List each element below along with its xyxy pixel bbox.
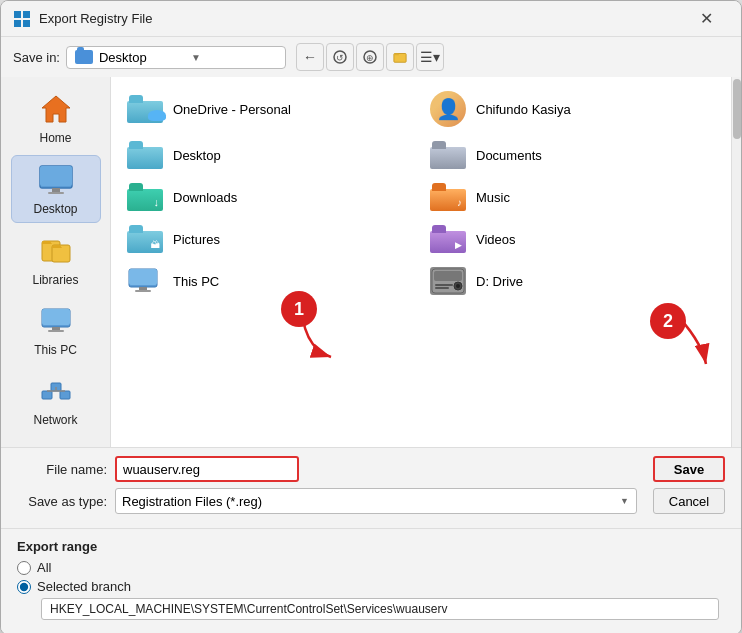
export-range-title: Export range (17, 539, 725, 554)
view-button[interactable]: ☰▾ (416, 43, 444, 71)
thispc-item-icon (127, 267, 163, 295)
sidebar-item-home[interactable]: Home (11, 85, 101, 151)
scrollbar-thumb (733, 79, 741, 139)
svg-rect-35 (435, 287, 449, 289)
sidebar: Home Desktop (1, 77, 111, 447)
file-item-ddrive[interactable]: D: Drive (422, 261, 723, 301)
documents-folder-icon (430, 141, 466, 169)
videos-folder-icon: ▶ (430, 225, 466, 253)
svg-rect-20 (42, 391, 52, 399)
save-in-arrow-icon: ▼ (191, 52, 277, 63)
file-item-thispc-label: This PC (173, 274, 219, 289)
sidebar-item-network[interactable]: Network (11, 367, 101, 433)
svg-rect-29 (135, 290, 151, 292)
nav-forward-button[interactable]: ↺ (326, 43, 354, 71)
file-item-pictures-label: Pictures (173, 232, 220, 247)
home-icon-wrap (38, 91, 74, 127)
sidebar-item-desktop[interactable]: Desktop (11, 155, 101, 223)
file-item-documents-label: Documents (476, 148, 542, 163)
toolbar-buttons: ← ↺ ⊕ ☰▾ (296, 43, 444, 71)
nav-up-button[interactable]: ⊕ (356, 43, 384, 71)
svg-text:⊕: ⊕ (366, 53, 374, 63)
hdd-icon (430, 267, 466, 295)
file-item-videos-label: Videos (476, 232, 516, 247)
scrollbar[interactable] (731, 77, 741, 447)
file-item-videos[interactable]: ▶ Videos (422, 219, 723, 259)
save-in-folder-icon (75, 50, 93, 64)
libraries-icon-wrap (38, 233, 74, 269)
savetype-label: Save as type: (17, 494, 107, 509)
save-in-dropdown[interactable]: Desktop ▼ (66, 46, 286, 69)
new-folder-button[interactable] (386, 43, 414, 71)
save-in-label: Save in: (13, 50, 60, 65)
radio-all-label: All (37, 560, 51, 575)
file-item-onedrive[interactable]: OneDrive - Personal (119, 85, 420, 133)
svg-marker-9 (42, 96, 70, 122)
pictures-folder-icon: 🏔 (127, 225, 163, 253)
file-item-downloads-label: Downloads (173, 190, 237, 205)
file-item-chifundo-label: Chifundo Kasiya (476, 102, 571, 117)
export-registry-dialog: Export Registry File ✕ Save in: Desktop … (0, 0, 742, 633)
save-button[interactable]: Save (653, 456, 725, 482)
sidebar-label-desktop: Desktop (33, 202, 77, 216)
bottom-section: File name: Save Save as type: Registrati… (1, 447, 741, 528)
sidebar-item-thispc[interactable]: This PC (11, 297, 101, 363)
close-button[interactable]: ✕ (683, 1, 729, 37)
file-item-ddrive-label: D: Drive (476, 274, 523, 289)
svg-rect-12 (52, 188, 60, 192)
thispc-icon-wrap (38, 303, 74, 339)
sidebar-label-network: Network (33, 413, 77, 427)
svg-rect-31 (434, 271, 462, 281)
desktop-icon-wrap (38, 162, 74, 198)
radio-all-row: All (17, 560, 725, 575)
file-item-pictures[interactable]: 🏔 Pictures (119, 219, 420, 259)
filename-row: File name: Save (17, 456, 725, 482)
svg-rect-28 (139, 287, 147, 290)
svg-rect-11 (40, 166, 72, 186)
file-pane-container: OneDrive - Personal 👤 Chifundo Kasiya De… (111, 77, 741, 447)
savetype-row: Save as type: Registration Files (*.reg)… (17, 488, 725, 514)
branch-path: HKEY_LOCAL_MACHINE\SYSTEM\CurrentControl… (41, 598, 719, 620)
music-folder-icon: ♪ (430, 183, 466, 211)
svg-rect-27 (129, 269, 157, 285)
cancel-button[interactable]: Cancel (653, 488, 725, 514)
sidebar-label-home: Home (39, 131, 71, 145)
file-item-desktop-label: Desktop (173, 148, 221, 163)
svg-point-33 (456, 284, 460, 288)
nav-back-button[interactable]: ← (296, 43, 324, 71)
svg-rect-19 (48, 330, 64, 332)
file-item-desktop-folder[interactable]: Desktop (119, 135, 420, 175)
file-item-downloads[interactable]: ↓ Downloads (119, 177, 420, 217)
savetype-dropdown[interactable]: Registration Files (*.reg) (115, 488, 637, 514)
file-item-thispc[interactable]: This PC (119, 261, 420, 301)
sidebar-label-libraries: Libraries (32, 273, 78, 287)
svg-rect-0 (14, 11, 21, 18)
dialog-icon (13, 10, 31, 28)
file-item-onedrive-label: OneDrive - Personal (173, 102, 291, 117)
radio-all[interactable] (17, 561, 31, 575)
savetype-dropdown-wrap: Registration Files (*.reg) (115, 488, 637, 514)
onedrive-folder-icon (127, 95, 163, 123)
filename-label: File name: (17, 462, 107, 477)
title-bar: Export Registry File ✕ (1, 1, 741, 37)
radio-selected-row: Selected branch (17, 579, 725, 594)
file-pane: OneDrive - Personal 👤 Chifundo Kasiya De… (111, 77, 731, 447)
filename-input[interactable] (115, 456, 299, 482)
downloads-folder-icon: ↓ (127, 183, 163, 211)
main-area: Home Desktop (1, 77, 741, 447)
network-icon-wrap (38, 373, 74, 409)
radio-selected-label: Selected branch (37, 579, 131, 594)
desktop-folder-icon (127, 141, 163, 169)
filename-input-wrap (115, 456, 637, 482)
file-item-music-label: Music (476, 190, 510, 205)
toolbar: Save in: Desktop ▼ ← ↺ ⊕ (1, 37, 741, 77)
cancel-button-wrap: Cancel (653, 488, 725, 514)
svg-rect-17 (42, 309, 70, 325)
svg-text:↺: ↺ (336, 53, 344, 63)
sidebar-item-libraries[interactable]: Libraries (11, 227, 101, 293)
svg-rect-1 (23, 11, 30, 18)
file-item-chifundo[interactable]: 👤 Chifundo Kasiya (422, 85, 723, 133)
radio-selected[interactable] (17, 580, 31, 594)
file-item-music[interactable]: ♪ Music (422, 177, 723, 217)
file-item-documents[interactable]: Documents (422, 135, 723, 175)
